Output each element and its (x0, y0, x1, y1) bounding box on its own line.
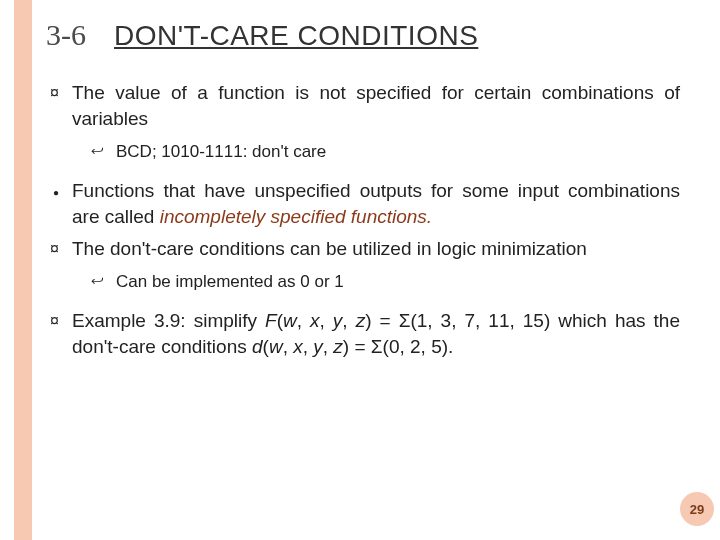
accent-bar (14, 0, 32, 540)
math-var: w (269, 336, 283, 357)
math-var: x (310, 310, 320, 331)
emphasized-term: incompletely specified functions. (160, 206, 432, 227)
section-number: 3-6 (46, 18, 86, 52)
math-var: y (313, 336, 323, 357)
bullet-text: , (303, 336, 314, 357)
bullet-list: The value of a function is not specified… (46, 80, 680, 359)
bullet-text: , (320, 310, 333, 331)
slide-body: 3-6 DON'T-CARE CONDITIONS The value of a… (46, 18, 680, 520)
bullet-text: The don't-care conditions can be utilize… (72, 238, 587, 259)
math-var: d (252, 336, 263, 357)
sub-list: BCD; 1010-1111: don't care (72, 141, 680, 164)
math-var: y (333, 310, 343, 331)
bullet-text: , (342, 310, 355, 331)
page-number: 29 (690, 502, 704, 517)
sub-bullet-item: Can be implemented as 0 or 1 (94, 271, 680, 294)
bullet-text: , (323, 336, 334, 357)
page-title: DON'T-CARE CONDITIONS (114, 20, 478, 52)
bullet-item: Example 3.9: simplify F(w, x, y, z) = Σ(… (50, 308, 680, 359)
sub-bullet-text: Can be implemented as 0 or 1 (116, 272, 344, 291)
bullet-item: The don't-care conditions can be utilize… (50, 236, 680, 295)
bullet-text: Example 3.9: simplify (72, 310, 265, 331)
bullet-item: The value of a function is not specified… (50, 80, 680, 164)
bullet-item: Functions that have unspecified outputs … (50, 178, 680, 229)
math-var: F (265, 310, 277, 331)
bullet-text: , (283, 336, 294, 357)
page-number-badge: 29 (680, 492, 714, 526)
math-var: z (333, 336, 343, 357)
sub-bullet-item: BCD; 1010-1111: don't care (94, 141, 680, 164)
header: 3-6 DON'T-CARE CONDITIONS (46, 18, 680, 52)
bullet-text: The value of a function is not specified… (72, 82, 680, 129)
sub-list: Can be implemented as 0 or 1 (72, 271, 680, 294)
math-var: x (293, 336, 303, 357)
math-var: z (356, 310, 366, 331)
bullet-text: ) = Σ(0, 2, 5). (343, 336, 453, 357)
bullet-text: , (297, 310, 310, 331)
math-var: w (283, 310, 297, 331)
sub-bullet-text: BCD; 1010-1111: don't care (116, 142, 326, 161)
